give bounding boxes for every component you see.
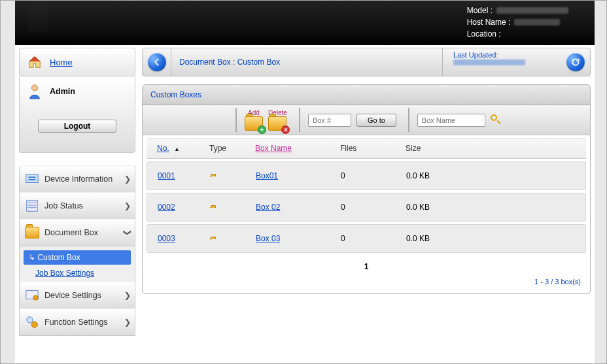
nav-function-settings[interactable]: Function Settings ❯ <box>19 308 135 336</box>
svg-point-0 <box>31 85 37 91</box>
sidebar-nav: Device Information ❯ Job Status ❯ <box>19 165 135 336</box>
row-size: 0.0 KB <box>406 234 575 243</box>
svg-point-7 <box>27 317 33 323</box>
home-icon <box>26 54 43 71</box>
pager-current-page: 1 <box>143 256 590 274</box>
model-label: Model : <box>467 5 493 16</box>
chevron-down-icon: ❯ <box>123 229 132 236</box>
sidebar-home[interactable]: Home <box>19 48 135 76</box>
admin-name: Admin <box>50 87 75 96</box>
nav-device-settings[interactable]: Device Settings ❯ <box>19 282 135 309</box>
last-updated-value-redacted <box>453 59 525 65</box>
col-size: Size <box>406 144 576 153</box>
nav-document-box[interactable]: Document Box ❯ <box>19 219 135 246</box>
subnav-custom-box[interactable]: Custom Box <box>24 250 131 265</box>
last-updated-label: Last Updated: <box>453 51 583 59</box>
nav-job-status[interactable]: Job Status ❯ <box>19 192 135 220</box>
device-info-icon <box>24 171 41 188</box>
row-box-name-link[interactable]: Box01 <box>256 171 278 180</box>
breadcrumb-text: Document Box : Custom Box <box>179 58 280 67</box>
home-link[interactable]: Home <box>50 58 73 67</box>
back-button[interactable] <box>148 53 166 71</box>
custom-boxes-panel: Custom Boxes Add + <box>142 84 591 294</box>
table-header: No. ▲ Type Box Name Files Size <box>147 138 586 159</box>
svg-point-6 <box>33 295 38 300</box>
folder-delete-icon: × <box>268 116 286 131</box>
row-no-link[interactable]: 0001 <box>158 171 175 180</box>
logout-button[interactable]: Logout <box>38 120 116 133</box>
row-box-name-link[interactable]: Box 03 <box>256 234 280 243</box>
chevron-right-icon: ❯ <box>124 291 131 300</box>
nav-label: Device Information <box>44 174 113 184</box>
breadcrumb-status: Last Updated: <box>443 48 590 76</box>
nav-label: Device Settings <box>44 291 101 300</box>
device-info-block: Model : Host Name : Location : <box>467 5 568 40</box>
table-body: 0001Box0100.0 KB0002Box 0200.0 KB0003Box… <box>143 161 590 253</box>
col-files: Files <box>340 144 406 153</box>
refresh-button[interactable] <box>566 53 585 71</box>
svg-rect-4 <box>27 201 38 212</box>
nav-device-information[interactable]: Device Information ❯ <box>19 165 135 193</box>
breadcrumb-bar: Document Box : Custom Box Last Updated: <box>142 48 591 76</box>
sidebar: Home Admin <box>19 48 135 336</box>
svg-rect-1 <box>26 174 38 183</box>
table-row[interactable]: 0002Box 0200.0 KB <box>147 193 586 222</box>
main-content: Document Box : Custom Box Last Updated: … <box>142 48 591 294</box>
row-no-link[interactable]: 0002 <box>158 203 175 212</box>
svg-rect-2 <box>29 176 36 178</box>
col-no[interactable]: No. <box>157 144 169 153</box>
nav-label: Function Settings <box>44 318 108 327</box>
user-icon <box>26 83 43 100</box>
panel-toolbar: Add + Delete × <box>143 105 590 135</box>
header-left-block <box>28 6 48 32</box>
job-status-icon <box>24 197 41 214</box>
sort-asc-icon: ▲ <box>174 146 180 152</box>
breadcrumb-path: Document Box : Custom Box <box>171 48 443 76</box>
pager-range: 1 - 3 / 3 box(s) <box>143 274 590 290</box>
document-box-icon <box>24 224 41 241</box>
add-box-button[interactable]: Add + <box>245 109 263 131</box>
function-settings-icon <box>24 314 41 331</box>
svg-rect-3 <box>29 179 36 180</box>
row-files: 0 <box>341 171 406 180</box>
nav-label: Job Status <box>44 201 83 210</box>
model-value-redacted <box>496 7 568 14</box>
folder-add-icon: + <box>245 116 263 131</box>
row-size: 0.0 KB <box>406 203 575 212</box>
row-no-link[interactable]: 0003 <box>158 234 175 243</box>
row-box-name-link[interactable]: Box 02 <box>256 203 280 212</box>
subnav-job-box-settings[interactable]: Job Box Settings <box>20 266 99 278</box>
device-settings-icon <box>24 287 41 304</box>
breadcrumb-back[interactable] <box>143 48 171 76</box>
col-box-name[interactable]: Box Name <box>255 144 292 153</box>
table-row[interactable]: 0003Box 0300.0 KB <box>147 224 586 253</box>
table-row[interactable]: 0001Box0100.0 KB <box>147 161 586 190</box>
location-label: Location : <box>467 28 501 40</box>
hostname-value-redacted <box>514 19 560 25</box>
row-size: 0.0 KB <box>406 171 575 180</box>
row-files: 0 <box>341 203 406 212</box>
col-type: Type <box>209 144 255 153</box>
box-name-search-input[interactable] <box>417 114 485 127</box>
subnav-label: Custom Box <box>37 253 80 262</box>
nav-document-box-submenu: Custom Box Job Box Settings <box>19 246 135 282</box>
svg-point-8 <box>31 322 37 327</box>
sidebar-admin-panel: Admin Logout <box>19 76 135 153</box>
box-number-input[interactable] <box>308 114 351 127</box>
chevron-right-icon: ❯ <box>124 318 131 327</box>
row-files: 0 <box>341 234 406 243</box>
goto-button[interactable]: Go to <box>356 114 396 127</box>
chevron-right-icon: ❯ <box>124 174 131 184</box>
nav-label: Document Box <box>44 228 98 237</box>
search-icon[interactable] <box>491 114 502 126</box>
panel-title: Custom Boxes <box>142 84 591 105</box>
delete-box-button[interactable]: Delete × <box>268 109 287 131</box>
hostname-label: Host Name : <box>467 16 511 28</box>
chevron-right-icon: ❯ <box>124 201 131 210</box>
app-header: Model : Host Name : Location : <box>15 1 595 45</box>
